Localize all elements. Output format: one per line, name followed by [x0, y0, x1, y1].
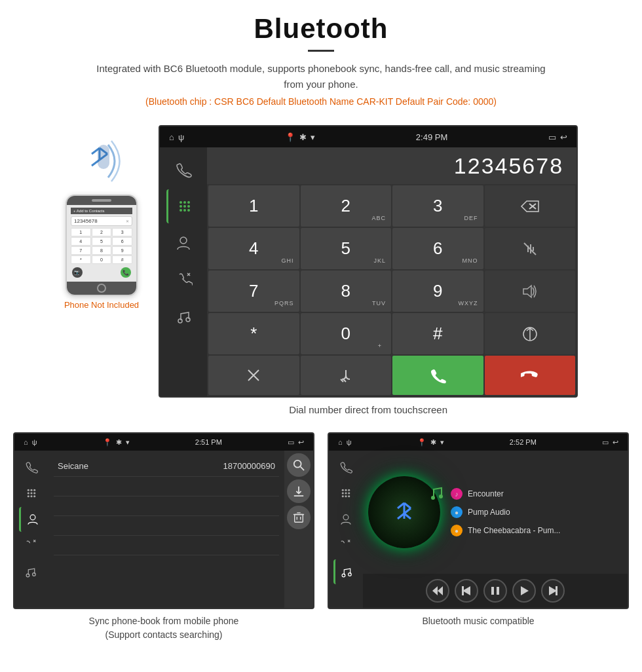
sidebar-icon-dialpad[interactable] — [166, 189, 200, 223]
svg-point-11 — [187, 205, 190, 208]
contact-item: Seicane 18700000690 — [54, 456, 279, 477]
phone-key[interactable]: 5 — [92, 237, 112, 246]
svg-point-32 — [33, 495, 35, 497]
dial-key-4[interactable]: 4GHI — [208, 228, 299, 269]
dial-key-5[interactable]: 5JKL — [301, 228, 392, 269]
phone-display-number: 12345678 — [74, 218, 98, 224]
download-button[interactable] — [287, 479, 311, 503]
dial-key-hash[interactable]: # — [392, 313, 483, 354]
dial-keypad: 1 2ABC 3DEF 4GHI 5JKL — [207, 184, 576, 396]
phonebook-card: ⌂ ψ 📍 ✱ ▾ 2:51 PM ▭ ↩ — [13, 432, 314, 647]
music-next-button[interactable] — [541, 579, 565, 603]
delete-button[interactable] — [287, 506, 311, 529]
music-prev-prev-button[interactable] — [426, 579, 449, 603]
dial-key-star[interactable]: * — [208, 313, 299, 354]
pb-sidebar-music[interactable] — [19, 559, 44, 584]
phonebook-screen: ⌂ ψ 📍 ✱ ▾ 2:51 PM ▭ ↩ — [13, 432, 314, 609]
phone-key[interactable]: 2 — [92, 228, 112, 236]
ms-sidebar-music[interactable] — [333, 559, 358, 584]
battery-icon: ▭ — [548, 132, 556, 142]
sidebar-icon-contacts[interactable] — [166, 226, 200, 260]
pb-back-icon: ↩ — [298, 438, 304, 447]
ms-location-icon: 📍 — [417, 438, 426, 447]
phonebook-action-buttons — [284, 451, 313, 608]
title-divider — [308, 50, 334, 52]
music-caption: Bluetooth music compatible — [422, 609, 534, 633]
phone-video-button[interactable]: 📷 — [72, 267, 83, 278]
dial-key-hold[interactable] — [301, 356, 392, 395]
dial-key-7[interactable]: 7PQRS — [208, 271, 299, 312]
dial-key-6[interactable]: 6MNO — [392, 228, 483, 269]
home-icon: ⌂ — [169, 132, 174, 142]
ms-signal-icon: ▾ — [440, 438, 444, 447]
sidebar-icon-music[interactable] — [166, 299, 200, 333]
back-icon: ↩ — [560, 132, 567, 142]
ms-sidebar-contacts[interactable] — [333, 507, 358, 532]
svg-point-52 — [348, 495, 350, 497]
status-icons-center: 📍 ✱ ▾ — [285, 132, 315, 142]
dial-key-mute[interactable] — [485, 228, 576, 269]
playlist-item-3: ● The Cheebacabra - Pum... — [447, 522, 622, 539]
svg-point-33 — [30, 515, 35, 520]
music-play-button[interactable] — [512, 579, 536, 603]
music-pause-button[interactable] — [483, 579, 507, 603]
dial-key-end[interactable] — [485, 356, 576, 395]
sidebar-icon-phone[interactable] — [166, 153, 200, 187]
dial-key-call[interactable] — [392, 356, 483, 395]
pb-sidebar-phone[interactable] — [19, 455, 44, 479]
pb-sidebar-calllog[interactable] — [19, 533, 44, 558]
phone-key[interactable]: 7 — [71, 246, 91, 255]
phone-key[interactable]: 4 — [71, 237, 91, 246]
phone-key[interactable]: 8 — [92, 246, 112, 255]
music-prev-button[interactable] — [455, 579, 478, 603]
dial-key-volume[interactable] — [485, 271, 576, 312]
ms-sidebar-calllog[interactable] — [333, 533, 358, 558]
svg-point-26 — [33, 489, 35, 491]
dial-key-backspace[interactable] — [485, 185, 576, 227]
svg-point-14 — [187, 209, 190, 212]
svg-point-55 — [348, 573, 351, 576]
music-screen: ⌂ ψ 📍 ✱ ▾ 2:52 PM ▭ ↩ — [328, 432, 629, 609]
contact-name: Seicane — [58, 461, 88, 471]
playlist-item-1: ♪ Encounter — [447, 485, 622, 502]
phone-key[interactable]: 1 — [71, 228, 91, 236]
page-specs: (Bluetooth chip : CSR BC6 Default Blueto… — [0, 96, 642, 107]
pb-sidebar-dial[interactable] — [19, 481, 44, 506]
phone-key[interactable]: * — [71, 255, 91, 264]
phone-home-button[interactable] — [97, 284, 106, 293]
sidebar-icon-calllog[interactable] — [166, 263, 200, 297]
dial-key-2[interactable]: 2ABC — [301, 185, 392, 227]
svg-marker-22 — [523, 286, 531, 297]
dial-section: + Add to Contacts 12345678 ✕ 1 2 3 4 5 6… — [0, 125, 642, 432]
dial-key-1[interactable]: 1 — [208, 185, 299, 227]
page-description: Integrated with BC6 Bluetooth module, su… — [92, 61, 550, 92]
phone-call-button[interactable]: 📞 — [121, 267, 131, 278]
pb-home-icon: ⌂ — [24, 438, 28, 446]
playlist-title-3: The Cheebacabra - Pum... — [468, 526, 560, 535]
svg-point-7 — [183, 201, 186, 204]
phone-key[interactable]: 3 — [112, 228, 132, 236]
phone-key[interactable]: 6 — [112, 237, 132, 246]
svg-point-36 — [294, 460, 301, 468]
dial-key-swap[interactable] — [485, 313, 576, 354]
pb-sidebar-contacts[interactable] — [19, 507, 44, 532]
location-icon: 📍 — [285, 132, 295, 142]
search-button[interactable] — [287, 453, 311, 477]
bluetooth-status-icon: ✱ — [299, 132, 307, 142]
contact-row-empty-2 — [54, 496, 279, 516]
dial-key-8[interactable]: 8TUV — [301, 271, 392, 312]
phone-key[interactable]: # — [112, 255, 132, 264]
playlist-icon-2: ● — [451, 506, 463, 518]
music-main: ♪ Encounter ● Pump Audio ● The Cheebacab… — [363, 451, 628, 608]
dial-key-9[interactable]: 9WXYZ — [392, 271, 483, 312]
dial-key-3[interactable]: 3DEF — [392, 185, 483, 227]
phone-key[interactable]: 9 — [112, 246, 132, 255]
dial-key-merge[interactable] — [208, 356, 299, 395]
dial-key-0[interactable]: 0+ — [301, 313, 392, 354]
ms-sidebar-phone[interactable] — [333, 455, 358, 479]
phone-key[interactable]: 0 — [92, 255, 112, 264]
dial-number-display: 12345678 — [207, 147, 576, 184]
svg-point-9 — [179, 205, 182, 208]
ms-sidebar-dial[interactable] — [333, 481, 358, 506]
contact-row-empty-3 — [54, 516, 279, 536]
